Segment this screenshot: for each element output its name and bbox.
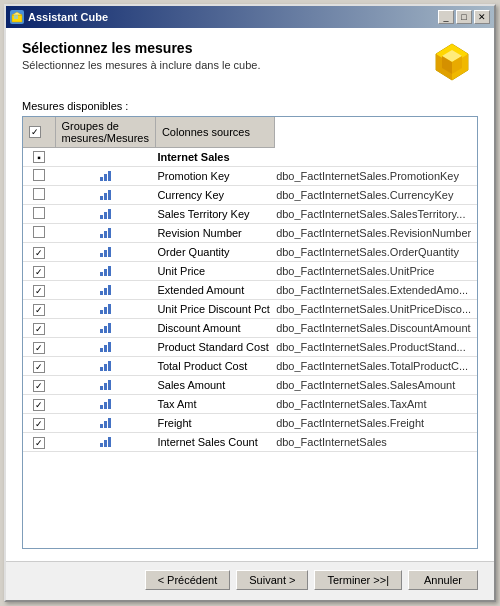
measure-icon <box>100 321 111 333</box>
header-checkbox[interactable] <box>29 126 41 138</box>
row-name: Tax Amt <box>155 395 274 414</box>
row-checkbox-cell <box>23 224 55 243</box>
row-icon-cell <box>55 148 155 167</box>
table-row[interactable]: Unit Price Discount Pctdbo_FactInternetS… <box>23 300 477 319</box>
row-name: Total Product Cost <box>155 357 274 376</box>
table-row[interactable]: Internet Sales Countdbo_FactInternetSale… <box>23 433 477 452</box>
row-name: Freight <box>155 414 274 433</box>
row-checkbox[interactable] <box>33 342 45 354</box>
table-row[interactable]: Total Product Costdbo_FactInternetSales.… <box>23 357 477 376</box>
measure-icon <box>100 397 111 409</box>
row-source: dbo_FactInternetSales.SalesTerritory... <box>274 205 477 224</box>
table-row[interactable]: Freightdbo_FactInternetSales.Freight <box>23 414 477 433</box>
row-checkbox[interactable] <box>33 304 45 316</box>
row-checkbox[interactable] <box>33 169 45 181</box>
measures-table: Groupes de mesures/Mesures Colonnes sour… <box>23 117 477 452</box>
row-checkbox-cell <box>23 395 55 414</box>
svg-marker-1 <box>12 12 22 15</box>
measure-icon <box>100 188 111 200</box>
row-icon-cell <box>55 433 155 452</box>
close-button[interactable]: ✕ <box>474 10 490 24</box>
row-name: Sales Amount <box>155 376 274 395</box>
minimize-button[interactable]: _ <box>438 10 454 24</box>
next-button[interactable]: Suivant > <box>236 570 308 590</box>
row-icon-cell <box>55 376 155 395</box>
header-section: Sélectionnez les mesures Sélectionnez le… <box>22 40 478 88</box>
row-icon-cell <box>55 357 155 376</box>
table-row[interactable]: Revision Numberdbo_FactInternetSales.Rev… <box>23 224 477 243</box>
measure-icon <box>100 283 111 295</box>
row-source <box>274 148 477 167</box>
table-row[interactable]: Extended Amountdbo_FactInternetSales.Ext… <box>23 281 477 300</box>
table-row[interactable]: Internet Sales <box>23 148 477 167</box>
section-label: Mesures disponibles : <box>22 100 478 112</box>
row-icon-cell <box>55 167 155 186</box>
row-source: dbo_FactInternetSales.DiscountAmount <box>274 319 477 338</box>
table-row[interactable]: Order Quantitydbo_FactInternetSales.Orde… <box>23 243 477 262</box>
measure-icon <box>100 226 111 238</box>
titlebar-controls: _ □ ✕ <box>438 10 490 24</box>
row-checkbox-cell <box>23 167 55 186</box>
row-icon-cell <box>55 395 155 414</box>
row-checkbox-cell <box>23 205 55 224</box>
measure-icon <box>100 340 111 352</box>
row-checkbox[interactable] <box>33 266 45 278</box>
row-source: dbo_FactInternetSales.TaxAmt <box>274 395 477 414</box>
table-row[interactable]: Promotion Keydbo_FactInternetSales.Promo… <box>23 167 477 186</box>
measures-table-container[interactable]: Groupes de mesures/Mesures Colonnes sour… <box>22 116 478 549</box>
row-source: dbo_FactInternetSales <box>274 433 477 452</box>
row-checkbox-cell <box>23 148 55 167</box>
row-source: dbo_FactInternetSales.SalesAmount <box>274 376 477 395</box>
maximize-button[interactable]: □ <box>456 10 472 24</box>
window-icon <box>10 10 24 24</box>
row-icon-cell <box>55 186 155 205</box>
row-checkbox[interactable] <box>33 247 45 259</box>
row-checkbox[interactable] <box>33 437 45 449</box>
row-source: dbo_FactInternetSales.UnitPrice <box>274 262 477 281</box>
row-source: dbo_FactInternetSales.RevisionNumber <box>274 224 477 243</box>
row-checkbox[interactable] <box>33 207 45 219</box>
row-name: Extended Amount <box>155 281 274 300</box>
table-row[interactable]: Tax Amtdbo_FactInternetSales.TaxAmt <box>23 395 477 414</box>
row-name: Product Standard Cost <box>155 338 274 357</box>
measure-icon <box>100 207 111 219</box>
table-row[interactable]: Sales Territory Keydbo_FactInternetSales… <box>23 205 477 224</box>
window-title: Assistant Cube <box>10 10 108 24</box>
measure-icon <box>100 359 111 371</box>
row-checkbox-cell <box>23 338 55 357</box>
row-checkbox-cell <box>23 414 55 433</box>
measure-icon <box>100 264 111 276</box>
header-text: Sélectionnez les mesures Sélectionnez le… <box>22 40 430 71</box>
row-checkbox[interactable] <box>33 380 45 392</box>
row-checkbox[interactable] <box>33 151 45 163</box>
cancel-button[interactable]: Annuler <box>408 570 478 590</box>
row-checkbox[interactable] <box>33 188 45 200</box>
svg-rect-2 <box>14 15 18 19</box>
footer: < Précédent Suivant > Terminer >>| Annul… <box>6 561 494 600</box>
table-row[interactable]: Sales Amountdbo_FactInternetSales.SalesA… <box>23 376 477 395</box>
row-checkbox-cell <box>23 433 55 452</box>
row-checkbox[interactable] <box>33 285 45 297</box>
finish-button[interactable]: Terminer >>| <box>314 570 402 590</box>
row-source: dbo_FactInternetSales.ExtendedAmo... <box>274 281 477 300</box>
row-source: dbo_FactInternetSales.UnitPriceDisco... <box>274 300 477 319</box>
prev-button[interactable]: < Précédent <box>145 570 231 590</box>
row-checkbox[interactable] <box>33 399 45 411</box>
table-row[interactable]: Unit Pricedbo_FactInternetSales.UnitPric… <box>23 262 477 281</box>
row-checkbox[interactable] <box>33 418 45 430</box>
titlebar: Assistant Cube _ □ ✕ <box>6 6 494 28</box>
row-icon-cell <box>55 414 155 433</box>
row-icon-cell <box>55 243 155 262</box>
measure-icon <box>100 245 111 257</box>
measure-icon <box>100 378 111 390</box>
table-row[interactable]: Currency Keydbo_FactInternetSales.Curren… <box>23 186 477 205</box>
row-checkbox[interactable] <box>33 361 45 373</box>
measure-icon <box>100 302 111 314</box>
page-subtitle: Sélectionnez les mesures à inclure dans … <box>22 59 430 71</box>
row-checkbox-cell <box>23 186 55 205</box>
row-checkbox[interactable] <box>33 226 45 238</box>
table-row[interactable]: Discount Amountdbo_FactInternetSales.Dis… <box>23 319 477 338</box>
page-title: Sélectionnez les mesures <box>22 40 430 56</box>
table-row[interactable]: Product Standard Costdbo_FactInternetSal… <box>23 338 477 357</box>
row-checkbox[interactable] <box>33 323 45 335</box>
